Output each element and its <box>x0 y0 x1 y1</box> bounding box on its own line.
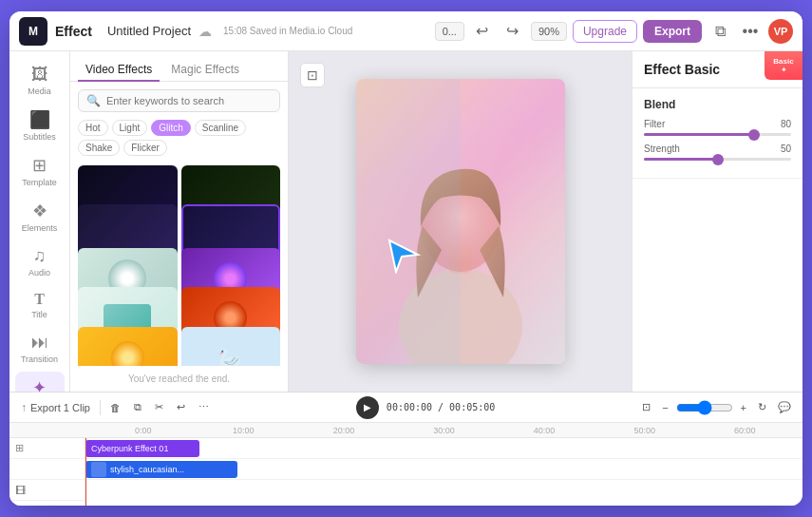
svg-rect-5 <box>356 79 461 364</box>
export-clip-button[interactable]: ↑ Export 1 Clip <box>17 399 94 416</box>
strength-label: Strength <box>644 144 680 154</box>
zoom-in-button[interactable]: + <box>737 400 750 415</box>
export-button[interactable]: Export <box>643 20 702 43</box>
filter-tag-light[interactable]: Light <box>112 120 148 136</box>
strength-slider-track[interactable] <box>644 158 791 161</box>
ruler-4: 40:00 <box>494 426 595 435</box>
sidebar-item-elements[interactable]: ❖ Elements <box>15 195 65 239</box>
right-panel-title: Effect Basic <box>644 62 720 77</box>
filter-slider-thumb[interactable] <box>748 129 760 141</box>
sidebar-item-title[interactable]: T Title <box>15 285 65 325</box>
ruler-0: 0:00 <box>93 426 194 435</box>
center-area: ⊡ <box>289 51 632 392</box>
copy-icon-tl: ⧉ <box>134 401 142 413</box>
screenshot-button[interactable]: ⊡ <box>300 63 325 87</box>
copy-button[interactable]: ⧉ <box>130 399 145 415</box>
timeline-tracks: ⊞ 🎞 Cyberpunk Effect 01 <box>9 438 803 506</box>
canvas-area: ⊡ <box>289 51 632 392</box>
zoom-out-button[interactable]: − <box>658 400 671 415</box>
preview-bg <box>356 79 565 364</box>
effect-track-row: Cyberpunk Effect 01 <box>85 438 803 459</box>
track-label-video: 🎞 <box>9 480 85 501</box>
filter-label: Filter <box>644 119 665 129</box>
effect-clip[interactable]: Cyberpunk Effect 01 <box>85 440 199 457</box>
effects-grid: 🦢 <box>70 162 288 366</box>
template-icon: ⊞ <box>32 155 47 176</box>
delete-button[interactable]: 🗑 <box>106 400 124 415</box>
filter-tag-glitch[interactable]: Glitch <box>151 120 191 136</box>
timeline-zoom-slider[interactable] <box>676 400 733 415</box>
timeline-toolbar: ↑ Export 1 Clip 🗑 ⧉ ✂ ↩ ⋯ ▶ <box>9 393 803 423</box>
undo-tl-icon: ↩ <box>177 401 185 413</box>
sidebar-item-audio[interactable]: ♫ Audio <box>15 240 65 283</box>
title-icon: T <box>34 291 45 308</box>
effects-panel: Video Effects Magic Effects 🔍 Hot Light … <box>70 51 289 392</box>
reached-end-label: You've reached the end. <box>70 366 288 392</box>
search-box: 🔍 <box>78 89 280 112</box>
filter-slider-track[interactable] <box>644 133 791 136</box>
strength-value: 50 <box>781 144 791 154</box>
sidebar-item-media[interactable]: 🖼 Media <box>15 59 65 102</box>
redo-button[interactable]: ↪ <box>500 19 525 44</box>
comment-button[interactable]: 💬 <box>774 399 795 415</box>
filter-tag-hot[interactable]: Hot <box>78 120 108 136</box>
zoom-fit-icon: ⊡ <box>642 401 651 413</box>
effects-tabs: Video Effects Magic Effects <box>70 51 288 82</box>
tab-magic-effects[interactable]: Magic Effects <box>163 59 247 82</box>
audio-icon: ♫ <box>33 246 47 266</box>
track-area: Cyberpunk Effect 01 stylish_caucasian... <box>85 438 803 506</box>
sidebar-item-subtitles[interactable]: ⬛ Subtitles <box>15 104 65 147</box>
sidebar-item-transition[interactable]: ⏭ Transition <box>15 327 65 370</box>
playhead-line <box>85 438 86 506</box>
effect-thumb-9[interactable] <box>78 327 178 366</box>
track-label-ctrl: ⊞ <box>9 438 85 459</box>
filter-tags: Hot Light Glitch Scanline Shake Flicker <box>70 120 288 162</box>
strength-slider-thumb[interactable] <box>712 154 724 165</box>
comment-icon: 💬 <box>778 401 791 413</box>
subtitles-icon: ⬛ <box>29 109 50 130</box>
search-icon: 🔍 <box>86 94 101 107</box>
split-icon: ✂ <box>155 401 163 413</box>
top-bar-controls: 0... ↩ ↪ 90% Upgrade Export ⧉ ••• VP <box>435 19 793 44</box>
sidebar-item-effect[interactable]: ✦ Effect <box>15 372 65 392</box>
track-labels: ⊞ 🎞 <box>9 438 85 506</box>
undo-tl-button[interactable]: ↩ <box>173 399 189 415</box>
undo-button[interactable]: ↩ <box>470 19 495 44</box>
filter-tag-scanline[interactable]: Scanline <box>195 120 246 136</box>
preview-image <box>356 79 565 364</box>
effect-thumb-10[interactable]: 🦢 <box>181 327 281 366</box>
project-name[interactable]: Untitled Project <box>107 24 191 38</box>
filter-value: 80 <box>781 119 791 129</box>
ruler-2: 20:00 <box>293 426 394 435</box>
main-content: 🖼 Media ⬛ Subtitles ⊞ Template ❖ Element… <box>9 51 803 392</box>
upgrade-button[interactable]: Upgrade <box>573 20 637 43</box>
elements-icon: ❖ <box>32 201 47 221</box>
zoom-control[interactable]: 90% <box>531 22 567 41</box>
tab-video-effects[interactable]: Video Effects <box>78 59 160 82</box>
filter-tag-flicker[interactable]: Flicker <box>123 140 166 156</box>
ruler-1: 10:00 <box>194 426 294 435</box>
sidebar-nav: 🖼 Media ⬛ Subtitles ⊞ Template ❖ Element… <box>9 51 70 392</box>
copy-icon[interactable]: ⧉ <box>708 19 732 44</box>
avatar[interactable]: VP <box>768 19 793 44</box>
strength-slider-fill <box>644 158 718 161</box>
loop-icon: ↻ <box>758 401 766 413</box>
zoom-fit-button[interactable]: ⊡ <box>638 399 654 415</box>
strength-label-row: Strength 50 <box>644 144 791 154</box>
ruler-5: 50:00 <box>595 426 695 435</box>
video-clip[interactable]: stylish_caucasian... <box>85 461 237 478</box>
blend-section: Blend Filter 80 Strength 5 <box>633 88 803 179</box>
loop-button[interactable]: ↻ <box>754 399 770 415</box>
search-input[interactable] <box>106 95 272 106</box>
media-icon: 🖼 <box>31 65 48 85</box>
save-status: 15:08 Saved in Media.io Cloud <box>223 26 352 36</box>
clip-thumbnail <box>91 462 106 477</box>
time-display: 00:00:00 / 00:05:00 <box>387 402 495 412</box>
more-icon[interactable]: ••• <box>738 19 763 44</box>
filter-tag-shake[interactable]: Shake <box>78 140 120 156</box>
sidebar-item-template[interactable]: ⊞ Template <box>15 149 65 193</box>
more-tl-button[interactable]: ⋯ <box>195 399 213 415</box>
counter-display[interactable]: 0... <box>435 22 464 41</box>
play-button[interactable]: ▶ <box>356 396 379 419</box>
split-button[interactable]: ✂ <box>151 399 167 415</box>
